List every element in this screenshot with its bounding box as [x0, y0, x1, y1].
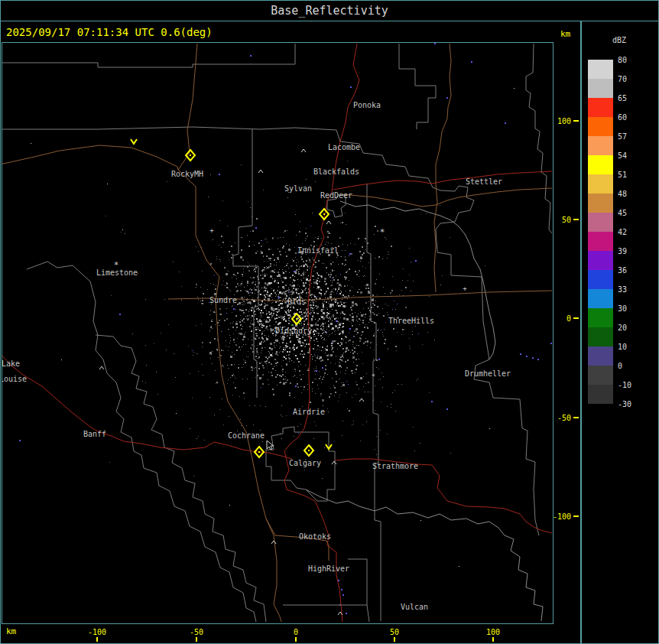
window-frame [0, 0, 659, 644]
radar-app-window: Base_Reflectivity 2025/09/17 07:11:34 UT… [0, 0, 659, 644]
